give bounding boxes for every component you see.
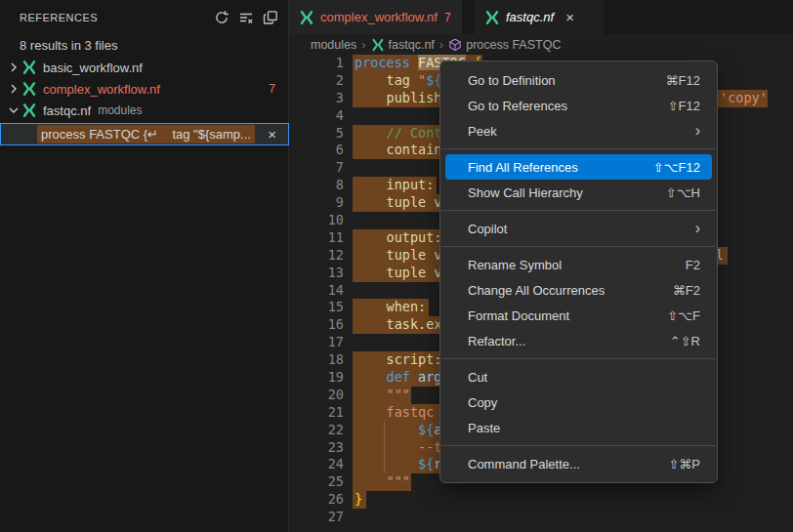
menu-separator bbox=[441, 358, 716, 359]
line-number: 10 bbox=[289, 212, 344, 229]
sidebar-header: REFERENCES bbox=[20, 8, 278, 27]
menu-item-shortcut: ⇧⌥H bbox=[666, 185, 700, 200]
result-item-process-fastqc[interactable]: process FASTQC {↵ tag "${samp... × bbox=[0, 123, 289, 145]
sidebar-item-complex-workflow-nf[interactable]: complex_workflow.nf7 bbox=[0, 78, 288, 100]
symbol-namespace-icon bbox=[448, 38, 462, 52]
breadcrumb-symbol[interactable]: process FASTQC bbox=[448, 38, 561, 52]
menu-item-refactor[interactable]: Refactor...⌃⇧R bbox=[440, 328, 717, 353]
code-line-27[interactable]: 27 bbox=[289, 509, 793, 526]
line-number: 9 bbox=[289, 194, 344, 212]
result-snippet: process FASTQC {↵ tag "${samp... bbox=[37, 125, 255, 143]
line-number: 2 bbox=[289, 72, 344, 90]
line-number: 21 bbox=[289, 404, 344, 422]
menu-item-copilot[interactable]: Copilot› bbox=[440, 216, 717, 241]
code-text: // Conta bbox=[355, 125, 450, 143]
menu-item-label: Go to References bbox=[468, 99, 648, 113]
menu-item-peek[interactable]: Peek› bbox=[440, 118, 717, 143]
tab-label: fastqc.nf bbox=[506, 10, 554, 24]
line-number: 3 bbox=[289, 90, 344, 107]
chevron-down-icon[interactable] bbox=[6, 102, 21, 118]
code-text: when: bbox=[355, 299, 426, 316]
menu-item-label: Cut bbox=[468, 370, 700, 385]
menu-item-label: Change All Occurrences bbox=[468, 283, 653, 298]
menu-item-label: Peek bbox=[468, 124, 676, 139]
menu-item-change-all-occurrences[interactable]: Change All Occurrences⌘F2 bbox=[440, 277, 717, 303]
code-text: fastqc \ bbox=[355, 404, 450, 422]
references-sidebar: REFERENCES 8 results in 3 files basic_wo… bbox=[0, 0, 289, 532]
sidebar-item-fastqc-nf[interactable]: fastqc.nfmodules bbox=[0, 100, 288, 121]
code-text: def args bbox=[355, 369, 450, 387]
menu-item-command-palette[interactable]: Command Palette...⇧⌘P bbox=[440, 451, 717, 476]
sidebar-title: REFERENCES bbox=[20, 12, 98, 23]
code-text: task.ext bbox=[355, 316, 450, 334]
code-text: """ bbox=[355, 387, 410, 404]
clear-results-icon[interactable] bbox=[238, 10, 254, 25]
menu-item-shortcut: F2 bbox=[686, 258, 700, 272]
breadcrumb: modules › fastqc.nf › process FASTQC bbox=[289, 34, 793, 55]
menu-item-label: Command Palette... bbox=[468, 457, 648, 471]
menu-item-label: Go to Definition bbox=[468, 73, 647, 88]
line-number: 26 bbox=[289, 491, 344, 509]
line-number: 22 bbox=[289, 422, 344, 439]
line-number: 20 bbox=[289, 387, 344, 404]
code-text: ${ar bbox=[355, 422, 450, 439]
menu-item-shortcut: ⌘F12 bbox=[666, 73, 700, 88]
submenu-arrow-icon: › bbox=[695, 221, 700, 236]
chevron-right-icon[interactable] bbox=[6, 81, 21, 97]
line-number: 7 bbox=[289, 159, 344, 177]
menu-item-label: Refactor... bbox=[468, 334, 650, 348]
tab-fastqc[interactable]: fastqc.nf × bbox=[475, 0, 604, 34]
chevron-right-icon[interactable] bbox=[6, 60, 21, 75]
menu-item-label: Rename Symbol bbox=[468, 258, 666, 272]
menu-item-cut[interactable]: Cut bbox=[440, 364, 717, 389]
menu-item-rename-symbol[interactable]: Rename SymbolF2 bbox=[440, 252, 717, 277]
menu-item-go-to-references[interactable]: Go to References⇧F12 bbox=[440, 93, 717, 118]
menu-item-label: Paste bbox=[468, 421, 700, 435]
breadcrumb-file[interactable]: fastqc.nf bbox=[371, 38, 435, 52]
code-text-tail: 'copy' bbox=[720, 90, 768, 107]
chevron-right-icon: › bbox=[439, 37, 443, 52]
nextflow-file-icon bbox=[371, 38, 385, 52]
menu-item-go-to-definition[interactable]: Go to Definition⌘F12 bbox=[440, 67, 717, 93]
refresh-icon[interactable] bbox=[214, 10, 230, 25]
code-line-26[interactable]: 26} bbox=[289, 491, 793, 509]
code-text: } bbox=[355, 491, 362, 509]
menu-item-shortcut: ⇧⌥F12 bbox=[653, 160, 700, 175]
results-summary: 8 results in 3 files bbox=[20, 38, 117, 53]
code-text: --th bbox=[355, 439, 450, 457]
code-text: script: bbox=[355, 351, 441, 369]
menu-separator bbox=[441, 148, 716, 149]
results-tree: basic_workflow.nfcomplex_workflow.nf7fas… bbox=[0, 57, 288, 121]
chevron-right-icon: › bbox=[361, 37, 365, 52]
editor-context-menu: Go to Definition⌘F12Go to References⇧F12… bbox=[439, 61, 718, 483]
tab-complex-workflow[interactable]: complex_workflow.nf 7 bbox=[289, 0, 462, 34]
line-number: 16 bbox=[289, 316, 344, 334]
menu-item-show-call-hierarchy[interactable]: Show Call Hierarchy⇧⌥H bbox=[440, 180, 717, 205]
menu-item-shortcut: ⇧⌘P bbox=[668, 457, 700, 471]
code-text: """ bbox=[355, 473, 410, 491]
code-text: publishD bbox=[355, 90, 450, 107]
menu-item-format-document[interactable]: Format Document⇧⌥F bbox=[440, 303, 717, 328]
code-text: tuple va bbox=[355, 265, 450, 282]
nextflow-file-icon bbox=[484, 10, 500, 25]
collapse-all-icon[interactable] bbox=[263, 10, 278, 25]
code-text: containe bbox=[355, 142, 450, 159]
line-number: 8 bbox=[289, 177, 344, 194]
nextflow-file-icon bbox=[21, 102, 37, 118]
tab-close-icon[interactable]: × bbox=[565, 9, 574, 25]
sidebar-actions bbox=[214, 10, 278, 25]
submenu-arrow-icon: › bbox=[695, 123, 700, 139]
line-number: 11 bbox=[289, 229, 344, 247]
line-number: 23 bbox=[289, 439, 344, 457]
menu-separator bbox=[441, 210, 716, 211]
file-name: fastqc.nf bbox=[43, 103, 91, 118]
line-number: 19 bbox=[289, 369, 344, 387]
menu-item-find-all-references[interactable]: Find All References⇧⌥F12 bbox=[445, 154, 712, 180]
menu-item-label: Copilot bbox=[468, 222, 676, 236]
breadcrumb-folder[interactable]: modules bbox=[311, 38, 356, 52]
code-text: input: bbox=[355, 177, 434, 194]
menu-item-paste[interactable]: Paste bbox=[440, 415, 717, 440]
dismiss-result-icon[interactable]: × bbox=[268, 124, 276, 144]
menu-item-copy[interactable]: Copy bbox=[440, 389, 717, 415]
sidebar-item-basic-workflow-nf[interactable]: basic_workflow.nf bbox=[0, 57, 288, 78]
